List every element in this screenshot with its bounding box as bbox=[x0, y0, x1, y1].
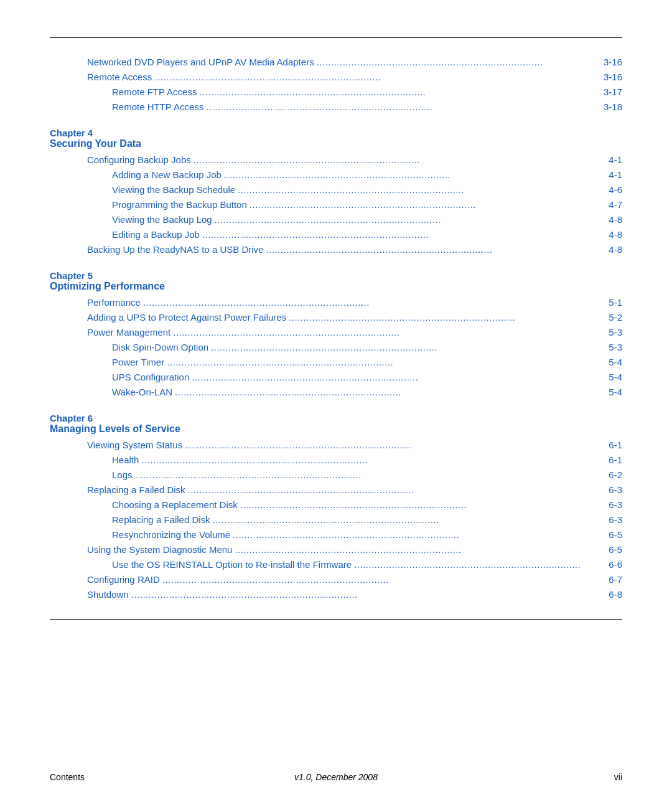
toc-entry[interactable]: UPS Configuration.......................… bbox=[50, 372, 622, 383]
toc-page: 4-1 bbox=[609, 169, 622, 180]
toc-link[interactable]: Remote HTTP Access bbox=[112, 101, 203, 112]
toc-page: 5-2 bbox=[609, 312, 622, 323]
toc-entry[interactable]: Remote Access...........................… bbox=[50, 72, 622, 83]
toc-link[interactable]: Editing a Backup Job bbox=[112, 229, 200, 240]
page: Networked DVD Players and UPnP AV Media … bbox=[0, 0, 672, 807]
toc-page: 5-3 bbox=[609, 327, 622, 337]
toc-page: 5-4 bbox=[609, 357, 622, 367]
toc-entry[interactable]: Replacing a Failed Disk.................… bbox=[50, 514, 622, 526]
toc-entry[interactable]: Using the System Diagnostic Menu........… bbox=[50, 544, 622, 555]
toc-page: 4-1 bbox=[609, 154, 622, 165]
toc-link[interactable]: Programming the Backup Button bbox=[112, 199, 247, 210]
toc-entry[interactable]: Choosing a Replacement Disk.............… bbox=[50, 499, 622, 511]
chapter-title: Optimizing Performance bbox=[50, 281, 622, 292]
footer-right: vii bbox=[614, 772, 622, 782]
toc-dots: ........................................… bbox=[202, 229, 606, 240]
toc-page: 3-17 bbox=[604, 87, 622, 97]
toc-entry[interactable]: Wake-On-LAN.............................… bbox=[50, 387, 622, 398]
toc-dots: ........................................… bbox=[213, 514, 607, 525]
chapter-section: Chapter 5Optimizing Performance bbox=[50, 270, 622, 292]
toc-link[interactable]: Viewing the Backup Log bbox=[112, 214, 212, 225]
toc-link[interactable]: Viewing the Backup Schedule bbox=[112, 184, 235, 195]
toc-entry[interactable]: Remote HTTP Access......................… bbox=[50, 101, 622, 113]
toc-link[interactable]: Viewing System Status bbox=[87, 440, 182, 450]
toc-link[interactable]: Wake-On-LAN bbox=[112, 387, 172, 397]
toc-entry[interactable]: Viewing the Backup Log..................… bbox=[50, 214, 622, 225]
toc-page: 4-8 bbox=[609, 229, 622, 240]
toc-link[interactable]: Choosing a Replacement Disk bbox=[112, 499, 238, 510]
toc-entry[interactable]: Adding a New Backup Job.................… bbox=[50, 169, 622, 181]
toc-page: 6-8 bbox=[609, 589, 622, 600]
toc-dots: ........................................… bbox=[199, 87, 601, 97]
toc-dots: ........................................… bbox=[235, 544, 606, 555]
toc-dots: ........................................… bbox=[141, 455, 606, 465]
toc-link[interactable]: Power Timer bbox=[112, 357, 164, 367]
toc-entry[interactable]: Backing Up the ReadyNAS to a USB Drive..… bbox=[50, 244, 622, 255]
toc-entry[interactable]: Health..................................… bbox=[50, 455, 622, 466]
toc-link[interactable]: Logs bbox=[112, 470, 133, 480]
toc-entry[interactable]: Disk Spin-Down Option...................… bbox=[50, 342, 622, 353]
toc-entry[interactable]: Configuring RAID........................… bbox=[50, 574, 622, 585]
toc-page: 6-2 bbox=[609, 470, 622, 480]
toc-entry[interactable]: Adding a UPS to Protect Against Power Fa… bbox=[50, 312, 622, 323]
toc-dots: ........................................… bbox=[354, 559, 606, 570]
toc-link[interactable]: Adding a New Backup Job bbox=[112, 169, 222, 180]
toc-link[interactable]: Replacing a Failed Disk bbox=[87, 484, 185, 495]
toc-page: 6-5 bbox=[609, 529, 622, 540]
toc-entry[interactable]: Viewing the Backup Schedule.............… bbox=[50, 184, 622, 196]
toc-dots: ........................................… bbox=[175, 387, 606, 397]
chapter-title: Managing Levels of Service bbox=[50, 423, 622, 435]
toc-entry[interactable]: Networked DVD Players and UPnP AV Media … bbox=[50, 57, 622, 68]
bottom-rule bbox=[50, 619, 622, 620]
chapters-container: Chapter 4Securing Your DataConfiguring B… bbox=[50, 128, 622, 600]
toc-link[interactable]: Power Management bbox=[87, 327, 170, 337]
toc-entry[interactable]: Performance.............................… bbox=[50, 297, 622, 308]
toc-link[interactable]: Disk Spin-Down Option bbox=[112, 342, 208, 352]
toc-dots: ........................................… bbox=[143, 297, 606, 308]
toc-entry[interactable]: Remote FTP Access.......................… bbox=[50, 87, 622, 98]
toc-page: 4-8 bbox=[609, 214, 622, 225]
toc-link[interactable]: Health bbox=[112, 455, 139, 465]
toc-dots: ........................................… bbox=[238, 184, 606, 195]
toc-page: 4-7 bbox=[609, 199, 622, 210]
toc-link[interactable]: Performance bbox=[87, 297, 141, 308]
toc-link[interactable]: Using the System Diagnostic Menu bbox=[87, 544, 232, 555]
chapter-label: Chapter 4 bbox=[50, 128, 622, 138]
toc-entry[interactable]: Shutdown................................… bbox=[50, 589, 622, 600]
toc-link[interactable]: Networked DVD Players and UPnP AV Media … bbox=[87, 57, 314, 67]
toc-page: 5-4 bbox=[609, 372, 622, 382]
toc-link[interactable]: Configuring RAID bbox=[87, 574, 160, 585]
toc-link[interactable]: Configuring Backup Jobs bbox=[87, 154, 191, 165]
toc-page: 5-4 bbox=[609, 387, 622, 397]
chapter-label: Chapter 5 bbox=[50, 270, 622, 281]
toc-dots: ........................................… bbox=[240, 499, 607, 510]
toc-link[interactable]: Remote FTP Access bbox=[112, 87, 197, 97]
toc-dots: ........................................… bbox=[173, 327, 606, 337]
top-rule bbox=[50, 37, 622, 38]
toc-link[interactable]: Resynchronizing the Volume bbox=[112, 529, 230, 540]
toc-entry[interactable]: Resynchronizing the Volume..............… bbox=[50, 529, 622, 540]
toc-dots: ........................................… bbox=[289, 312, 606, 323]
toc-link[interactable]: Remote Access bbox=[87, 72, 152, 82]
toc-link[interactable]: UPS Configuration bbox=[112, 372, 189, 382]
toc-dots: ........................................… bbox=[266, 244, 606, 255]
toc-entry[interactable]: Use the OS REINSTALL Option to Re-instal… bbox=[50, 559, 622, 570]
toc-entry[interactable]: Configuring Backup Jobs.................… bbox=[50, 154, 622, 166]
toc-entry[interactable]: Editing a Backup Job....................… bbox=[50, 229, 622, 240]
chapter-section: Chapter 4Securing Your Data bbox=[50, 128, 622, 149]
toc-entry[interactable]: Logs....................................… bbox=[50, 470, 622, 481]
toc-entry[interactable]: Power Management........................… bbox=[50, 327, 622, 338]
toc-page: 4-8 bbox=[609, 244, 622, 255]
toc-link[interactable]: Use the OS REINSTALL Option to Re-instal… bbox=[112, 559, 352, 570]
toc-page: 6-3 bbox=[609, 484, 622, 495]
toc-link[interactable]: Backing Up the ReadyNAS to a USB Drive bbox=[87, 244, 263, 255]
toc-dots: ........................................… bbox=[215, 214, 607, 225]
toc-page: 6-6 bbox=[609, 559, 622, 570]
toc-entry[interactable]: Viewing System Status...................… bbox=[50, 440, 622, 451]
toc-link[interactable]: Replacing a Failed Disk bbox=[112, 514, 210, 525]
toc-entry[interactable]: Programming the Backup Button...........… bbox=[50, 199, 622, 210]
toc-link[interactable]: Adding a UPS to Protect Against Power Fa… bbox=[87, 312, 286, 323]
toc-entry[interactable]: Replacing a Failed Disk.................… bbox=[50, 484, 622, 496]
toc-link[interactable]: Shutdown bbox=[87, 589, 129, 600]
toc-entry[interactable]: Power Timer.............................… bbox=[50, 357, 622, 368]
